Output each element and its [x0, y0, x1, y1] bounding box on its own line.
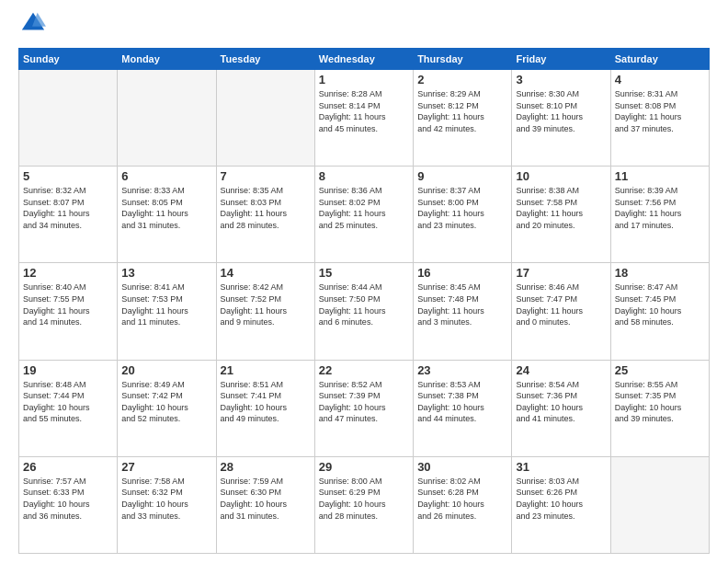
day-cell: 30Sunrise: 8:02 AM Sunset: 6:28 PM Dayli… [414, 456, 512, 553]
day-number: 6 [121, 169, 211, 183]
day-info: Sunrise: 8:02 AM Sunset: 6:28 PM Dayligh… [417, 476, 507, 522]
day-cell: 15Sunrise: 8:44 AM Sunset: 7:50 PM Dayli… [314, 263, 413, 360]
day-info: Sunrise: 8:39 AM Sunset: 7:56 PM Dayligh… [615, 185, 705, 231]
day-cell: 19Sunrise: 8:48 AM Sunset: 7:44 PM Dayli… [19, 360, 118, 456]
day-number: 2 [417, 73, 507, 86]
day-number: 15 [319, 266, 409, 280]
day-number: 27 [121, 460, 211, 474]
day-info: Sunrise: 8:28 AM Sunset: 8:14 PM Dayligh… [319, 88, 409, 134]
day-info: Sunrise: 8:41 AM Sunset: 7:53 PM Dayligh… [121, 282, 211, 327]
day-info: Sunrise: 8:36 AM Sunset: 8:02 PM Dayligh… [319, 185, 409, 231]
day-cell: 14Sunrise: 8:42 AM Sunset: 7:52 PM Dayli… [216, 263, 314, 360]
day-cell: 13Sunrise: 8:41 AM Sunset: 7:53 PM Dayli… [118, 263, 216, 360]
day-info: Sunrise: 7:57 AM Sunset: 6:33 PM Dayligh… [23, 476, 113, 522]
logo [18, 15, 46, 40]
day-number: 21 [221, 363, 311, 377]
day-cell: 1Sunrise: 8:28 AM Sunset: 8:14 PM Daylig… [314, 70, 413, 167]
header-thursday: Thursday [414, 49, 512, 70]
day-cell: 24Sunrise: 8:54 AM Sunset: 7:36 PM Dayli… [512, 360, 610, 456]
day-cell: 16Sunrise: 8:45 AM Sunset: 7:48 PM Dayli… [414, 263, 512, 360]
day-number: 11 [615, 169, 705, 183]
day-number: 8 [319, 169, 409, 183]
day-number: 14 [221, 266, 311, 280]
day-number: 10 [516, 169, 606, 183]
day-number: 16 [417, 266, 507, 280]
day-number: 1 [319, 73, 409, 86]
day-info: Sunrise: 8:35 AM Sunset: 8:03 PM Dayligh… [221, 185, 311, 231]
day-number: 19 [23, 363, 113, 377]
day-cell: 18Sunrise: 8:47 AM Sunset: 7:45 PM Dayli… [610, 263, 709, 360]
day-info: Sunrise: 8:44 AM Sunset: 7:50 PM Dayligh… [319, 282, 409, 327]
day-number: 18 [615, 266, 705, 280]
day-number: 23 [417, 363, 507, 377]
day-number: 7 [221, 169, 311, 183]
day-number: 22 [319, 363, 409, 377]
day-cell: 27Sunrise: 7:58 AM Sunset: 6:32 PM Dayli… [118, 456, 216, 553]
header-sunday: Sunday [19, 49, 118, 70]
day-info: Sunrise: 8:30 AM Sunset: 8:10 PM Dayligh… [516, 88, 606, 134]
day-cell: 29Sunrise: 8:00 AM Sunset: 6:29 PM Dayli… [314, 456, 413, 553]
day-number: 29 [319, 460, 409, 474]
day-cell [610, 456, 709, 553]
weekday-header-row: Sunday Monday Tuesday Wednesday Thursday… [19, 49, 710, 70]
header-friday: Friday [512, 49, 610, 70]
day-cell: 3Sunrise: 8:30 AM Sunset: 8:10 PM Daylig… [512, 70, 610, 167]
day-info: Sunrise: 8:54 AM Sunset: 7:36 PM Dayligh… [516, 379, 606, 425]
day-info: Sunrise: 8:42 AM Sunset: 7:52 PM Dayligh… [221, 282, 311, 327]
day-info: Sunrise: 8:53 AM Sunset: 7:38 PM Dayligh… [417, 379, 507, 425]
day-info: Sunrise: 8:45 AM Sunset: 7:48 PM Dayligh… [417, 282, 507, 327]
day-info: Sunrise: 8:29 AM Sunset: 8:12 PM Dayligh… [417, 88, 507, 134]
day-cell: 17Sunrise: 8:46 AM Sunset: 7:47 PM Dayli… [512, 263, 610, 360]
day-cell: 4Sunrise: 8:31 AM Sunset: 8:08 PM Daylig… [610, 70, 709, 167]
day-info: Sunrise: 8:40 AM Sunset: 7:55 PM Dayligh… [23, 282, 113, 327]
day-cell: 9Sunrise: 8:37 AM Sunset: 8:00 PM Daylig… [414, 167, 512, 263]
calendar-table: Sunday Monday Tuesday Wednesday Thursday… [18, 48, 710, 554]
day-number: 31 [516, 460, 606, 474]
header-monday: Monday [118, 49, 216, 70]
logo-icon [20, 11, 46, 37]
page: Sunday Monday Tuesday Wednesday Thursday… [0, 0, 728, 563]
week-row-1: 1Sunrise: 8:28 AM Sunset: 8:14 PM Daylig… [19, 70, 710, 167]
day-number: 9 [417, 169, 507, 183]
day-cell: 22Sunrise: 8:52 AM Sunset: 7:39 PM Dayli… [314, 360, 413, 456]
day-cell [216, 70, 314, 167]
day-info: Sunrise: 8:32 AM Sunset: 8:07 PM Dayligh… [23, 185, 113, 231]
day-info: Sunrise: 8:33 AM Sunset: 8:05 PM Dayligh… [121, 185, 211, 231]
week-row-4: 19Sunrise: 8:48 AM Sunset: 7:44 PM Dayli… [19, 360, 710, 456]
day-cell: 21Sunrise: 8:51 AM Sunset: 7:41 PM Dayli… [216, 360, 314, 456]
header-tuesday: Tuesday [216, 49, 314, 70]
day-number: 17 [516, 266, 606, 280]
day-cell: 6Sunrise: 8:33 AM Sunset: 8:05 PM Daylig… [118, 167, 216, 263]
day-cell: 26Sunrise: 7:57 AM Sunset: 6:33 PM Dayli… [19, 456, 118, 553]
day-info: Sunrise: 8:31 AM Sunset: 8:08 PM Dayligh… [615, 88, 705, 134]
week-row-2: 5Sunrise: 8:32 AM Sunset: 8:07 PM Daylig… [19, 167, 710, 263]
day-number: 28 [221, 460, 311, 474]
day-info: Sunrise: 8:47 AM Sunset: 7:45 PM Dayligh… [615, 282, 705, 327]
day-cell: 25Sunrise: 8:55 AM Sunset: 7:35 PM Dayli… [610, 360, 709, 456]
day-info: Sunrise: 8:48 AM Sunset: 7:44 PM Dayligh… [23, 379, 113, 425]
day-info: Sunrise: 8:37 AM Sunset: 8:00 PM Dayligh… [417, 185, 507, 231]
day-number: 20 [121, 363, 211, 377]
day-info: Sunrise: 8:38 AM Sunset: 7:58 PM Dayligh… [516, 185, 606, 231]
day-info: Sunrise: 7:58 AM Sunset: 6:32 PM Dayligh… [121, 476, 211, 522]
day-number: 26 [23, 460, 113, 474]
day-cell: 11Sunrise: 8:39 AM Sunset: 7:56 PM Dayli… [610, 167, 709, 263]
day-number: 4 [615, 73, 705, 86]
week-row-5: 26Sunrise: 7:57 AM Sunset: 6:33 PM Dayli… [19, 456, 710, 553]
day-cell: 23Sunrise: 8:53 AM Sunset: 7:38 PM Dayli… [414, 360, 512, 456]
day-info: Sunrise: 8:55 AM Sunset: 7:35 PM Dayligh… [615, 379, 705, 425]
day-info: Sunrise: 8:52 AM Sunset: 7:39 PM Dayligh… [319, 379, 409, 425]
day-info: Sunrise: 8:51 AM Sunset: 7:41 PM Dayligh… [221, 379, 311, 425]
header-wednesday: Wednesday [314, 49, 413, 70]
day-info: Sunrise: 8:00 AM Sunset: 6:29 PM Dayligh… [319, 476, 409, 522]
day-cell: 12Sunrise: 8:40 AM Sunset: 7:55 PM Dayli… [19, 263, 118, 360]
day-cell: 10Sunrise: 8:38 AM Sunset: 7:58 PM Dayli… [512, 167, 610, 263]
day-cell: 31Sunrise: 8:03 AM Sunset: 6:26 PM Dayli… [512, 456, 610, 553]
day-cell: 8Sunrise: 8:36 AM Sunset: 8:02 PM Daylig… [314, 167, 413, 263]
day-info: Sunrise: 8:46 AM Sunset: 7:47 PM Dayligh… [516, 282, 606, 327]
day-number: 30 [417, 460, 507, 474]
day-number: 5 [23, 169, 113, 183]
day-cell [118, 70, 216, 167]
day-info: Sunrise: 7:59 AM Sunset: 6:30 PM Dayligh… [221, 476, 311, 522]
day-cell: 7Sunrise: 8:35 AM Sunset: 8:03 PM Daylig… [216, 167, 314, 263]
